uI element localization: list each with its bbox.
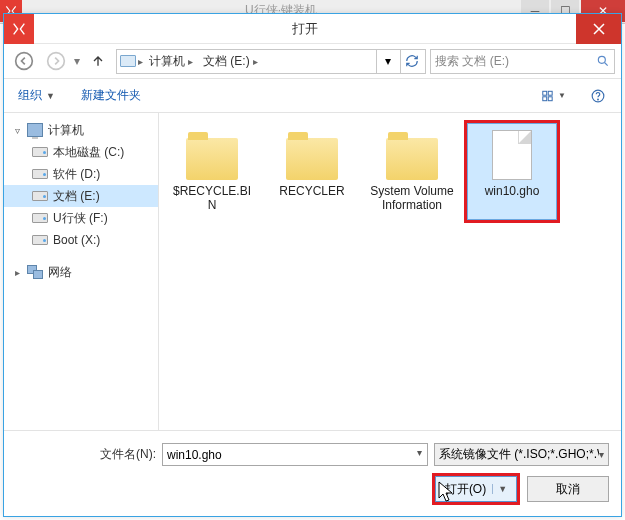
file-item[interactable]: win10.gho (467, 123, 557, 220)
dialog-body: ▿ 计算机 本地磁盘 (C:)软件 (D:)文档 (E:)U行侠 (F:)Boo… (4, 113, 621, 430)
refresh-button[interactable] (400, 50, 422, 73)
svg-point-2 (598, 56, 605, 63)
sidebar-label: 软件 (D:) (53, 166, 100, 183)
navigation-row: ▾ ▸ 计算机 ▸ 文档 (E:) ▸ ▾ 搜索 文档 (E:) (4, 44, 621, 79)
svg-rect-4 (548, 91, 552, 95)
folder-item[interactable]: System Volume Information (367, 123, 457, 220)
svg-point-0 (16, 53, 33, 70)
split-dropdown-icon: ▼ (492, 484, 507, 494)
new-folder-label: 新建文件夹 (81, 87, 141, 104)
folder-item[interactable]: RECYCLER (267, 123, 357, 220)
organize-button[interactable]: 组织 ▼ (14, 83, 59, 109)
item-label: win10.gho (485, 184, 540, 198)
svg-rect-3 (543, 91, 547, 95)
back-button[interactable] (10, 49, 38, 74)
help-button[interactable] (585, 84, 611, 108)
network-icon (27, 265, 43, 279)
file-icon (492, 130, 532, 180)
svg-point-1 (48, 53, 65, 70)
sidebar-label: Boot (X:) (53, 233, 100, 247)
filename-dropdown-icon[interactable]: ▾ (417, 447, 422, 458)
expand-icon[interactable]: ▿ (12, 125, 22, 136)
dialog-title: 打开 (34, 20, 576, 38)
location-icon (120, 55, 136, 67)
item-label: System Volume Information (370, 184, 454, 213)
filter-label: 系统镜像文件 (*.ISO;*.GHO;*.WIM) (439, 446, 599, 463)
open-file-dialog: 打开 ▾ ▸ 计算机 ▸ 文档 (E:) ▸ ▾ (3, 13, 622, 517)
filename-row: 文件名(N): ▾ 系统镜像文件 (*.ISO;*.GHO;*.WIM) ▾ (16, 443, 609, 466)
search-icon (596, 54, 610, 68)
dialog-footer: 文件名(N): ▾ 系统镜像文件 (*.ISO;*.GHO;*.WIM) ▾ 打… (4, 430, 621, 516)
chevron-down-icon: ▼ (46, 91, 55, 101)
sidebar-label: 计算机 (48, 122, 84, 139)
search-input[interactable]: 搜索 文档 (E:) (430, 49, 615, 74)
breadcrumb-segment-computer[interactable]: 计算机 ▸ (145, 50, 197, 73)
drive-icon (32, 169, 48, 179)
open-button[interactable]: 打开(O) ▼ (435, 476, 517, 502)
sidebar-item-drive[interactable]: Boot (X:) (4, 229, 158, 251)
sidebar[interactable]: ▿ 计算机 本地磁盘 (C:)软件 (D:)文档 (E:)U行侠 (F:)Boo… (4, 113, 159, 430)
cancel-button[interactable]: 取消 (527, 476, 609, 502)
item-label: $RECYCLE.BIN (170, 184, 254, 213)
file-list-pane[interactable]: $RECYCLE.BINRECYCLERSystem Volume Inform… (159, 113, 621, 430)
sidebar-label: 本地磁盘 (C:) (53, 144, 124, 161)
folder-icon (286, 138, 338, 180)
chevron-right-icon: ▸ (138, 56, 143, 67)
app-icon (4, 14, 34, 44)
new-folder-button[interactable]: 新建文件夹 (77, 83, 145, 109)
drive-icon (32, 147, 48, 157)
chevron-right-icon: ▸ (188, 56, 193, 67)
computer-icon (27, 123, 43, 137)
view-options-button[interactable]: ▼ (541, 84, 567, 108)
history-dropdown-icon[interactable]: ▾ (74, 54, 80, 68)
sidebar-item-computer[interactable]: ▿ 计算机 (4, 119, 158, 141)
breadcrumb-segment-drive[interactable]: 文档 (E:) ▸ (199, 50, 262, 73)
drive-icon (32, 191, 48, 201)
sidebar-label: U行侠 (F:) (53, 210, 108, 227)
chevron-down-icon: ▾ (599, 449, 604, 460)
sidebar-item-network[interactable]: ▸ 网络 (4, 261, 158, 283)
breadcrumb[interactable]: ▸ 计算机 ▸ 文档 (E:) ▸ ▾ (116, 49, 426, 74)
open-button-label: 打开(O) (445, 481, 486, 498)
filename-input[interactable] (162, 443, 428, 466)
filename-label: 文件名(N): (16, 446, 156, 463)
svg-rect-5 (543, 96, 547, 100)
sidebar-label: 网络 (48, 264, 72, 281)
cancel-button-label: 取消 (556, 481, 580, 498)
search-placeholder: 搜索 文档 (E:) (435, 53, 592, 70)
up-button[interactable] (84, 49, 112, 74)
item-label: RECYCLER (279, 184, 344, 198)
breadcrumb-label: 文档 (E:) (203, 53, 250, 70)
close-button[interactable] (576, 14, 621, 44)
sidebar-label: 文档 (E:) (53, 188, 100, 205)
drive-icon (32, 213, 48, 223)
chevron-right-icon: ▸ (253, 56, 258, 67)
expand-icon[interactable]: ▸ (12, 267, 22, 278)
sidebar-item-drive[interactable]: U行侠 (F:) (4, 207, 158, 229)
button-row: 打开(O) ▼ 取消 (16, 476, 609, 502)
chevron-down-icon: ▼ (558, 91, 566, 100)
drive-icon (32, 235, 48, 245)
breadcrumb-dropdown[interactable]: ▾ (376, 50, 398, 73)
svg-rect-6 (548, 96, 552, 100)
sidebar-item-drive[interactable]: 文档 (E:) (4, 185, 158, 207)
dialog-titlebar[interactable]: 打开 (4, 14, 621, 44)
sidebar-item-drive[interactable]: 本地磁盘 (C:) (4, 141, 158, 163)
folder-item[interactable]: $RECYCLE.BIN (167, 123, 257, 220)
folder-icon (386, 138, 438, 180)
sidebar-item-drive[interactable]: 软件 (D:) (4, 163, 158, 185)
forward-button[interactable] (42, 49, 70, 74)
folder-icon (186, 138, 238, 180)
breadcrumb-label: 计算机 (149, 53, 185, 70)
file-type-filter[interactable]: 系统镜像文件 (*.ISO;*.GHO;*.WIM) ▾ (434, 443, 609, 466)
svg-point-8 (598, 99, 599, 100)
organize-label: 组织 (18, 87, 42, 104)
toolbar: 组织 ▼ 新建文件夹 ▼ (4, 79, 621, 113)
